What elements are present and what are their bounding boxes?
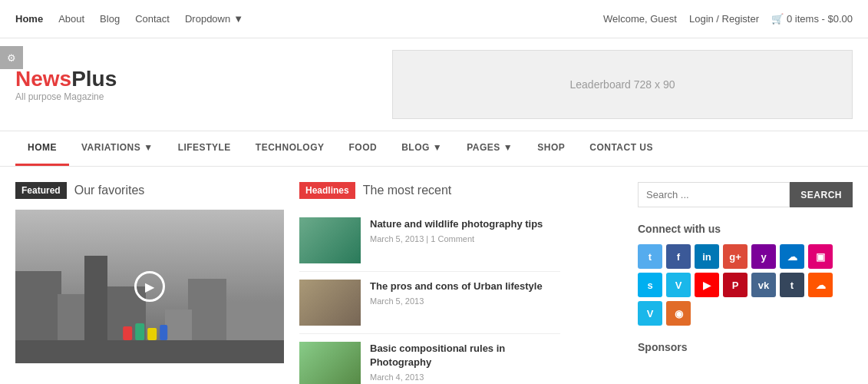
- headline-info-3: Basic compositional rules in Photography…: [370, 342, 560, 382]
- search-button[interactable]: SEARCH: [790, 182, 853, 207]
- headline-meta-2: March 5, 2013: [370, 296, 560, 306]
- featured-title: Our favorites: [74, 184, 145, 197]
- main-nav-pages[interactable]: PAGES ▼: [454, 131, 525, 166]
- featured-section: Featured Our favorites: [15, 182, 284, 384]
- main-nav-blog[interactable]: BLOG ▼: [389, 131, 454, 166]
- headline-meta-3: March 4, 2013: [370, 372, 560, 382]
- settings-gear-icon[interactable]: ⚙: [0, 46, 23, 69]
- login-register-link[interactable]: Login / Register: [689, 13, 759, 25]
- list-item: Nature and wildlife photography tips Mar…: [299, 210, 560, 272]
- list-item: The pros and cons of Urban lifestyle Mar…: [299, 272, 560, 334]
- top-nav-home[interactable]: Home: [15, 13, 43, 25]
- pinterest-social-icon[interactable]: P: [723, 273, 748, 297]
- main-nav-contact-us[interactable]: CONTACT US: [577, 131, 665, 166]
- headline-info-1: Nature and wildlife photography tips Mar…: [370, 217, 560, 243]
- facebook-social-icon[interactable]: f: [666, 244, 691, 269]
- connect-title: Connect with us: [638, 223, 853, 235]
- top-nav-blog[interactable]: Blog: [100, 13, 120, 25]
- top-nav-contact[interactable]: Contact: [135, 13, 170, 25]
- headline-title-3[interactable]: Basic compositional rules in Photography: [370, 342, 560, 369]
- skype-social-icon[interactable]: s: [638, 273, 662, 297]
- rss-social-icon[interactable]: ◉: [666, 301, 691, 326]
- logo-plus: Plus: [71, 67, 117, 91]
- yahoo-social-icon[interactable]: y: [751, 244, 776, 269]
- vkontakte-social-icon[interactable]: vk: [751, 273, 776, 297]
- main-nav-home[interactable]: HOME: [15, 131, 69, 166]
- headline-info-2: The pros and cons of Urban lifestyle Mar…: [370, 280, 560, 306]
- top-nav-dropdown[interactable]: Dropdown ▼: [185, 13, 243, 25]
- social-grid: tfing+y☁▣sV▶Pvkt☁V◉: [638, 244, 853, 326]
- chevron-down-icon: ▼: [433, 142, 442, 153]
- featured-image[interactable]: ▶: [15, 210, 284, 363]
- search-input[interactable]: [638, 182, 790, 207]
- sponsors-title: Sponsors: [638, 341, 853, 353]
- headlines-title: The most recent: [363, 184, 452, 197]
- vine-social-icon[interactable]: V: [638, 301, 662, 326]
- connect-section: Connect with us tfing+y☁▣sV▶Pvkt☁V◉: [638, 223, 853, 326]
- headline-thumb-1[interactable]: [299, 217, 361, 263]
- main-nav-food[interactable]: FOOD: [336, 131, 389, 166]
- youtube-social-icon[interactable]: ▶: [695, 273, 719, 297]
- list-item: Basic compositional rules in Photography…: [299, 334, 560, 384]
- main-nav-shop[interactable]: SHOP: [525, 131, 577, 166]
- headline-title-2[interactable]: The pros and cons of Urban lifestyle: [370, 280, 560, 293]
- logo-leaderboard-area: NewsPlus All purpose Magazine Leaderboar…: [0, 38, 868, 131]
- soundcloud-social-icon[interactable]: ☁: [808, 273, 833, 297]
- chevron-down-icon: ▼: [144, 142, 153, 153]
- headlines-section: Headlines The most recent Nature and wil…: [299, 182, 560, 384]
- headline-meta-1: March 5, 2013 | 1 Comment: [370, 234, 560, 243]
- welcome-text: Welcome, Guest: [603, 13, 677, 25]
- cart-area[interactable]: 🛒 0 items - $0.00: [771, 13, 853, 25]
- chevron-down-icon: ▼: [233, 13, 243, 25]
- linkedin-social-icon[interactable]: in: [695, 244, 719, 269]
- google-plus-social-icon[interactable]: g+: [723, 244, 748, 269]
- featured-badge: Featured: [15, 182, 67, 199]
- logo-tagline: All purpose Magazine: [15, 91, 117, 102]
- cart-icon: 🛒: [771, 13, 784, 25]
- twitter-social-icon[interactable]: t: [638, 244, 662, 269]
- flickr-social-icon[interactable]: ▣: [808, 244, 833, 269]
- headlines-badge: Headlines: [299, 182, 355, 199]
- headline-thumb-3[interactable]: [299, 342, 361, 384]
- main-navigation: HOME VARIATIONS ▼ LIFESTYLE TECHNOLOGY F…: [0, 131, 868, 167]
- sidebar: SEARCH Connect with us tfing+y☁▣sV▶Pvkt☁…: [638, 182, 853, 384]
- vimeo-social-icon[interactable]: V: [666, 273, 691, 297]
- top-bar: Home About Blog Contact Dropdown ▼ Welco…: [0, 0, 868, 38]
- search-box: SEARCH: [638, 182, 853, 207]
- leaderboard-ad: Leaderboard 728 x 90: [392, 50, 853, 119]
- logo[interactable]: NewsPlus All purpose Magazine: [15, 67, 117, 102]
- tumblr-social-icon[interactable]: t: [780, 273, 804, 297]
- main-content: Featured Our favorites: [15, 182, 622, 384]
- top-navigation: Home About Blog Contact Dropdown ▼: [15, 13, 243, 25]
- content-wrapper: Featured Our favorites: [0, 167, 868, 384]
- sponsors-section: Sponsors: [638, 341, 853, 353]
- logo-news: News: [15, 67, 71, 91]
- main-nav-lifestyle[interactable]: LIFESTYLE: [166, 131, 243, 166]
- main-nav-technology[interactable]: TECHNOLOGY: [243, 131, 337, 166]
- main-nav-variations[interactable]: VARIATIONS ▼: [69, 131, 166, 166]
- headline-title-1[interactable]: Nature and wildlife photography tips: [370, 217, 560, 231]
- headlines-list: Nature and wildlife photography tips Mar…: [299, 210, 560, 384]
- chevron-down-icon: ▼: [503, 142, 513, 153]
- play-button[interactable]: ▶: [134, 271, 165, 302]
- cart-count: 0 items - $0.00: [787, 13, 853, 25]
- onedrive-social-icon[interactable]: ☁: [780, 244, 804, 269]
- top-nav-about[interactable]: About: [58, 13, 84, 25]
- headline-thumb-2[interactable]: [299, 280, 361, 326]
- top-right-area: Welcome, Guest Login / Register 🛒 0 item…: [603, 13, 853, 25]
